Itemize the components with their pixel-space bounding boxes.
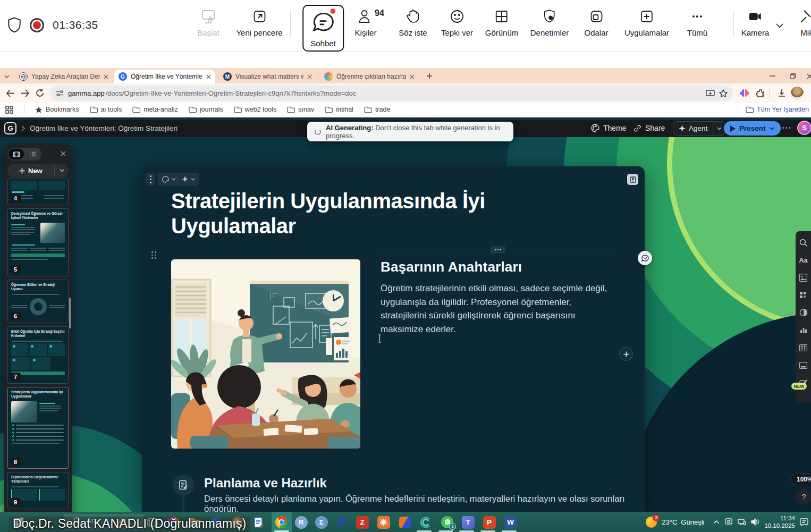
slide-thumbnail-current[interactable]: Stratejilerin Uygulanmasında İyi Uygulam… — [7, 387, 69, 469]
bookmark-folder[interactable]: meta-analiz — [132, 106, 178, 113]
slide-thumbnail[interactable]: 4 — [7, 179, 69, 205]
card-theme-button[interactable] — [158, 173, 180, 185]
bookmark-folder[interactable]: journals — [189, 106, 223, 113]
blocks-button[interactable] — [799, 290, 808, 300]
taskbar-sigma-icon[interactable]: Σ — [314, 515, 328, 529]
volume-icon[interactable] — [751, 518, 759, 526]
table-button[interactable] — [799, 343, 808, 352]
image-button[interactable] — [799, 273, 808, 282]
view-button[interactable]: Görünüm — [485, 9, 519, 37]
bookmark-folder[interactable]: sınav — [287, 106, 314, 113]
section-heading[interactable]: Başarının Anahtarları — [381, 259, 522, 275]
extensions-puzzle-icon[interactable] — [754, 86, 767, 100]
card-button[interactable] — [799, 360, 808, 370]
taskbar-zotero-icon[interactable]: Z — [355, 515, 369, 529]
download-icon[interactable] — [775, 86, 789, 100]
zoom-indicator[interactable]: 100% — [790, 473, 811, 485]
chat-button[interactable]: Sohbet — [302, 5, 344, 52]
add-block-button[interactable] — [619, 347, 633, 361]
section-body[interactable]: Öğretim stratejilerinin etkili olması, s… — [381, 282, 618, 336]
site-info-icon[interactable] — [56, 90, 64, 97]
reload-button[interactable] — [33, 86, 47, 100]
header-more-button[interactable] — [782, 127, 790, 129]
tab-close-icon[interactable] — [206, 74, 211, 79]
mic-button[interactable]: Mik — [799, 9, 811, 37]
camera-options-chevron[interactable] — [776, 23, 783, 28]
all-bookmarks-button[interactable]: Tüm Yer İşaretleri — [738, 105, 809, 114]
plan-body[interactable]: Ders öncesi detaylı planlama yapın. Öğre… — [204, 494, 629, 512]
raise-hand-button[interactable]: Söz iste — [399, 9, 427, 37]
share-button[interactable]: Share — [633, 124, 665, 132]
bookmark-folder[interactable]: web2 tools — [234, 106, 277, 113]
tab-close-icon[interactable] — [307, 74, 312, 79]
taskbar-figure-app-icon[interactable] — [398, 515, 412, 529]
bookmark-folder[interactable]: intihal — [325, 106, 353, 113]
theme-toggle-button[interactable]: NEW — [799, 308, 808, 317]
chart-button[interactable] — [799, 325, 808, 335]
new-tab-button[interactable] — [423, 70, 436, 82]
slide-title[interactable]: Stratejilerin Uygulanmasında İyi Uygulam… — [171, 189, 559, 239]
theme-button[interactable]: Theme — [591, 124, 627, 132]
taskbar-teams-icon[interactable]: T — [461, 515, 475, 529]
window-restore-button[interactable] — [784, 70, 800, 82]
apps-button[interactable]: Uygulamalar — [624, 9, 669, 37]
camera-button[interactable]: Kamera — [741, 9, 770, 37]
card-ai-button[interactable] — [178, 173, 199, 185]
notifications-icon[interactable] — [800, 518, 809, 526]
plan-heading[interactable]: Planlama ve Hazırlık — [204, 476, 327, 491]
tab-close-icon[interactable] — [104, 74, 108, 79]
taskbar-whatsapp-icon[interactable]: 1 — [440, 515, 454, 529]
taskbar-clock[interactable]: 11:34 10.10.2025 — [764, 514, 795, 530]
bookmark-folder[interactable]: trade — [364, 106, 391, 113]
taskbar-rstudio-icon[interactable]: R — [294, 515, 308, 529]
sidebar-scrollbar[interactable] — [69, 298, 71, 328]
block-options-handle[interactable] — [491, 246, 505, 254]
close-sidebar-icon[interactable] — [58, 148, 69, 159]
brain-extension-icon[interactable] — [738, 86, 751, 100]
share-start-button[interactable]: Başlat — [197, 9, 219, 37]
help-button[interactable]: ? — [796, 488, 811, 505]
slide-thumbnail[interactable]: Biçimlendirici Değerlendirme Yöntemleri … — [7, 472, 69, 509]
breakout-rooms-button[interactable]: Odalar — [584, 9, 608, 37]
search-icon[interactable] — [799, 238, 808, 247]
browser-tab[interactable]: Öğrenme çıktıları hazırlama — [320, 70, 419, 83]
comment-button[interactable] — [638, 251, 652, 265]
user-avatar[interactable]: S — [797, 121, 811, 135]
url-bar[interactable]: gamma.app/docs/Ogretim-Ilke-ve-Yontemler… — [50, 86, 733, 101]
gamma-logo[interactable]: G — [4, 122, 16, 134]
taskbar-powerpoint-icon[interactable]: P — [482, 515, 496, 529]
window-minimize-button[interactable] — [764, 70, 780, 82]
agent-button[interactable]: Agent — [673, 121, 726, 136]
weather-icon[interactable]: 3 — [646, 517, 657, 528]
taskbar-word-icon[interactable]: W — [503, 515, 518, 529]
slide-thumbnail[interactable]: Deneyimsel Öğrenme ve Görsel-İşitsel Yön… — [7, 208, 69, 276]
more-button[interactable]: Tümü — [687, 9, 707, 37]
profile-avatar[interactable] — [790, 86, 804, 100]
host-controls-button[interactable]: Denetimler — [530, 9, 569, 37]
taskbar-chrome-icon[interactable] — [274, 515, 289, 529]
taskbar-star-app-icon[interactable] — [376, 515, 391, 529]
slide-thumbnail[interactable]: Öğrenme Stilleri ve Strateji Uyumu 6 — [7, 280, 69, 323]
forward-button[interactable] — [18, 86, 32, 100]
bookmark-star-icon[interactable] — [719, 89, 728, 97]
react-button[interactable]: Tepki ver — [441, 9, 473, 37]
security-shield-icon[interactable] — [7, 17, 21, 33]
text-style-button[interactable]: Aa — [799, 255, 808, 265]
tray-expand-chevron[interactable] — [713, 520, 720, 524]
participants-button[interactable]: 94 Kişiler — [355, 9, 377, 37]
network-icon[interactable] — [738, 518, 746, 526]
tray-device-icon[interactable] — [724, 518, 733, 526]
slide-thumbnail[interactable]: Etkili Öğretim İçin Strateji Seçimi Krit… — [7, 326, 69, 384]
new-window-button[interactable]: Yeni pencere — [236, 9, 282, 37]
browser-tab-active[interactable]: G Öğretim İlke ve Yöntemleri: Öğr — [114, 70, 215, 83]
weather-text[interactable]: 23°C Güneşli — [662, 518, 704, 526]
classroom-illustration[interactable] — [171, 259, 360, 449]
tab-search-chevron[interactable] — [1, 71, 13, 82]
taskbar-editor-icon[interactable] — [251, 515, 266, 529]
card-menu-button[interactable] — [146, 173, 155, 185]
bookmark-folder[interactable]: ai tools — [90, 106, 122, 113]
browser-tab[interactable]: M Visualize what matters with AI — [219, 70, 316, 83]
new-slide-button[interactable]: New — [7, 164, 69, 178]
card-template-button[interactable] — [627, 174, 638, 185]
list-view-button[interactable] — [25, 149, 40, 159]
